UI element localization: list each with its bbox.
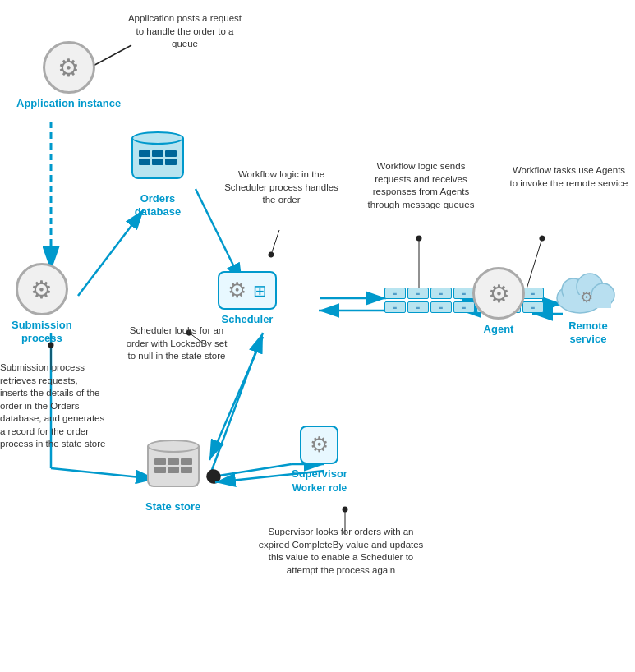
annotation-workflow-scheduler: Workflow logic in the Scheduler process … bbox=[222, 168, 341, 207]
annotation-submission: Submission process retrieves requests, i… bbox=[0, 361, 107, 451]
agent-icon: ⚙ bbox=[472, 267, 525, 320]
db-cell bbox=[181, 458, 192, 465]
agent-gear: ⚙ bbox=[488, 279, 510, 308]
remote-service-icon: ⚙ bbox=[555, 267, 621, 316]
scheduler-icon: ⚙ ⊞ bbox=[218, 271, 277, 310]
db-cell bbox=[152, 150, 163, 157]
cloud-svg: ⚙ bbox=[555, 267, 621, 316]
msg-cell bbox=[522, 288, 544, 299]
db-cell bbox=[165, 150, 177, 157]
db-cell bbox=[181, 467, 192, 473]
state-store-top bbox=[147, 440, 200, 453]
orders-db-grid bbox=[136, 147, 180, 168]
svg-line-24 bbox=[526, 238, 542, 292]
agent-node: ⚙ Agent bbox=[472, 267, 525, 336]
diagram: ⚙ Application instance Application posts… bbox=[0, 0, 635, 672]
state-store-grid bbox=[151, 455, 196, 476]
remote-service-label: Remoteservice bbox=[568, 320, 608, 345]
msg-cell bbox=[407, 301, 429, 313]
agent-label: Agent bbox=[484, 323, 514, 336]
annotation-workflow-tasks: Workflow tasks use Agents to invoke the … bbox=[509, 164, 628, 190]
annotation-workflow-sends: Workflow logic sends requests and receiv… bbox=[357, 160, 485, 211]
svg-line-6 bbox=[78, 209, 144, 296]
scheduler-node: ⚙ ⊞ Scheduler bbox=[218, 271, 277, 326]
orders-db-label: Ordersdatabase bbox=[135, 192, 181, 218]
application-label: Application instance bbox=[16, 97, 121, 110]
msg-cell bbox=[384, 288, 406, 299]
remote-service-node: ⚙ Remoteservice bbox=[555, 267, 621, 345]
msg-cell bbox=[522, 301, 544, 313]
application-icon: ⚙ bbox=[43, 41, 95, 94]
db-cell bbox=[165, 159, 177, 165]
submission-node: ⚙ Submissionprocess bbox=[12, 263, 72, 344]
annotation-supervisor: Supervisor looks for orders with an expi… bbox=[255, 526, 427, 577]
db-cell bbox=[154, 458, 166, 465]
svg-text:⚙: ⚙ bbox=[580, 289, 593, 306]
submission-gear: ⚙ bbox=[30, 275, 53, 304]
msg-cell bbox=[430, 301, 452, 313]
application-gear: ⚙ bbox=[58, 53, 80, 82]
supervisor-label: Supervisor bbox=[292, 467, 347, 481]
state-store-node: State store bbox=[145, 440, 200, 513]
scheduler-workflow-icon: ⊞ bbox=[253, 281, 267, 301]
supervisor-icon-box: ⚙ bbox=[300, 426, 338, 464]
db-cell bbox=[139, 159, 150, 165]
msg-cell bbox=[430, 288, 452, 299]
svg-line-13 bbox=[214, 464, 292, 476]
orders-db-node: Ordersdatabase bbox=[131, 131, 184, 218]
orders-db-top bbox=[131, 131, 184, 145]
msg-cell bbox=[407, 288, 429, 299]
supervisor-gear-icon: ⚙ bbox=[310, 432, 329, 458]
db-cell bbox=[152, 159, 163, 165]
msg-cell bbox=[384, 301, 406, 313]
submission-icon: ⚙ bbox=[16, 263, 68, 315]
scheduler-gear: ⚙ bbox=[228, 278, 246, 303]
db-cell bbox=[154, 467, 166, 473]
svg-line-22 bbox=[271, 230, 279, 255]
state-store-icon bbox=[147, 440, 200, 497]
db-cell bbox=[168, 458, 179, 465]
orders-db-icon bbox=[131, 131, 184, 189]
annotation-scheduler-looks: Scheduler looks for an order with Locked… bbox=[123, 324, 230, 363]
svg-line-9 bbox=[51, 468, 156, 479]
application-node: ⚙ Application instance bbox=[16, 41, 121, 110]
submission-label: Submissionprocess bbox=[12, 319, 72, 344]
worker-role-label: Worker role bbox=[292, 482, 347, 494]
db-cell bbox=[139, 150, 150, 157]
supervisor-node: ⚙ Supervisor Worker role bbox=[292, 426, 347, 494]
annotation-app-post: Application posts a request to handle th… bbox=[127, 12, 242, 51]
state-store-label: State store bbox=[145, 500, 200, 513]
db-cell bbox=[168, 467, 179, 473]
